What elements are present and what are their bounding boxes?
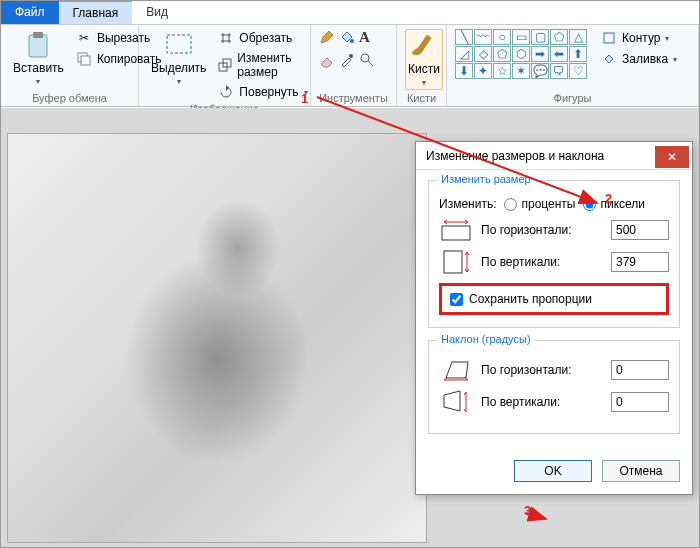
annotation-1: 1 xyxy=(301,91,308,106)
skew-h-label: По горизонтали: xyxy=(481,363,603,377)
tab-file[interactable]: Файл xyxy=(1,1,59,24)
skew-legend: Наклон (градусы) xyxy=(437,333,535,345)
tab-view[interactable]: Вид xyxy=(132,1,182,24)
group-brushes: Кисти ▾ Кисти xyxy=(397,25,447,106)
svg-rect-11 xyxy=(442,226,470,240)
svg-rect-3 xyxy=(81,56,90,65)
resize-dialog: Изменение размеров и наклона ✕ Изменить … xyxy=(415,141,693,495)
shape-line[interactable]: ╲ xyxy=(455,29,473,45)
percent-radio-input[interactable] xyxy=(504,198,517,211)
tab-home[interactable]: Главная xyxy=(59,1,133,24)
chevron-down-icon: ▾ xyxy=(422,78,426,87)
close-icon: ✕ xyxy=(667,150,677,164)
fill-icon[interactable] xyxy=(339,29,355,48)
change-by-label: Изменить: xyxy=(439,197,496,211)
horizontal-label: По горизонтали: xyxy=(481,223,603,237)
copy-icon xyxy=(76,51,92,67)
magnifier-icon[interactable] xyxy=(359,52,375,71)
dialog-titlebar: Изменение размеров и наклона ✕ xyxy=(416,142,692,170)
pencil-icon[interactable] xyxy=(319,29,335,48)
vertical-label: По вертикали: xyxy=(481,255,603,269)
svg-rect-0 xyxy=(29,35,47,57)
shape-oval[interactable]: ○ xyxy=(493,29,511,45)
pixels-radio[interactable]: пиксели xyxy=(583,197,645,211)
shape-star4[interactable]: ✦ xyxy=(474,63,492,79)
vertical-input[interactable] xyxy=(611,252,669,272)
keep-aspect-highlight: Сохранить пропорции xyxy=(439,283,669,315)
close-button[interactable]: ✕ xyxy=(655,146,689,168)
pixels-radio-input[interactable] xyxy=(583,198,596,211)
resize-button[interactable]: Изменить размер xyxy=(216,50,309,80)
shape-rtri[interactable]: ◿ xyxy=(455,46,473,62)
crop-button[interactable]: Обрезать xyxy=(216,29,309,47)
select-button[interactable]: Выделить ▾ xyxy=(147,29,210,88)
skew-v-input[interactable] xyxy=(611,392,669,412)
ok-button[interactable]: OK xyxy=(514,460,592,482)
text-icon[interactable]: A xyxy=(359,29,370,46)
shape-heart[interactable]: ♡ xyxy=(569,63,587,79)
canvas-image[interactable] xyxy=(7,133,427,543)
shape-arrowl[interactable]: ⬅ xyxy=(550,46,568,62)
shape-diamond[interactable]: ◇ xyxy=(474,46,492,62)
horizontal-icon xyxy=(439,217,473,243)
shape-roundrect[interactable]: ▢ xyxy=(531,29,549,45)
percent-radio[interactable]: проценты xyxy=(504,197,575,211)
shape-pentagon[interactable]: ⬠ xyxy=(493,46,511,62)
chevron-down-icon: ▾ xyxy=(36,77,40,86)
bucket-icon xyxy=(601,51,617,67)
shape-curve[interactable]: 〰 xyxy=(474,29,492,45)
shape-star5[interactable]: ☆ xyxy=(493,63,511,79)
rotate-button[interactable]: Повернуть ▾ xyxy=(216,83,309,101)
svg-rect-12 xyxy=(444,251,462,273)
skew-v-icon xyxy=(439,389,473,415)
tab-bar: Файл Главная Вид xyxy=(1,1,699,25)
ribbon: Вставить ▾ ✂ Вырезать Копировать Буфер о… xyxy=(1,25,699,107)
group-shapes-title: Фигуры xyxy=(455,90,690,104)
skew-h-input[interactable] xyxy=(611,360,669,380)
brush-icon xyxy=(409,32,439,60)
keep-aspect-checkbox[interactable] xyxy=(450,293,463,306)
shape-callout2[interactable]: 🗨 xyxy=(550,63,568,79)
shape-hexagon[interactable]: ⬡ xyxy=(512,46,530,62)
svg-point-8 xyxy=(349,54,353,58)
group-clipboard: Вставить ▾ ✂ Вырезать Копировать Буфер о… xyxy=(1,25,139,106)
picker-icon[interactable] xyxy=(339,52,355,71)
shapes-gallery[interactable]: ╲ 〰 ○ ▭ ▢ ⬠ △ ◿ ◇ ⬠ ⬡ ➡ ⬅ ⬆ ⬇ ✦ ☆ ✶ 💬 🗨 xyxy=(455,29,587,79)
skew-fieldset: Наклон (градусы) По горизонтали: По верт… xyxy=(428,340,680,434)
shape-star6[interactable]: ✶ xyxy=(512,63,530,79)
contour-icon xyxy=(601,30,617,46)
clipboard-icon xyxy=(24,31,52,59)
eraser-icon[interactable] xyxy=(319,52,335,71)
group-clipboard-title: Буфер обмена xyxy=(9,90,130,104)
group-brushes-title: Кисти xyxy=(405,90,438,104)
shape-arrowd[interactable]: ⬇ xyxy=(455,63,473,79)
crop-icon xyxy=(218,30,234,46)
brushes-button[interactable]: Кисти ▾ xyxy=(405,29,443,90)
select-icon xyxy=(165,31,193,59)
svg-rect-4 xyxy=(167,35,191,53)
annotation-2: 2 xyxy=(605,191,612,206)
paste-button[interactable]: Вставить ▾ xyxy=(9,29,68,88)
svg-rect-10 xyxy=(604,33,614,43)
skew-v-label: По вертикали: xyxy=(481,395,603,409)
keep-aspect-label: Сохранить пропорции xyxy=(469,292,592,306)
shape-rect[interactable]: ▭ xyxy=(512,29,530,45)
resize-icon xyxy=(218,57,232,73)
group-shapes: ╲ 〰 ○ ▭ ▢ ⬠ △ ◿ ◇ ⬠ ⬡ ➡ ⬅ ⬆ ⬇ ✦ ☆ ✶ 💬 🗨 xyxy=(447,25,699,106)
shape-arrowr[interactable]: ➡ xyxy=(531,46,549,62)
shape-triangle[interactable]: △ xyxy=(569,29,587,45)
horizontal-input[interactable] xyxy=(611,220,669,240)
svg-point-7 xyxy=(350,39,354,43)
shape-callout[interactable]: 💬 xyxy=(531,63,549,79)
fill-button[interactable]: Заливка▾ xyxy=(599,50,679,68)
skew-h-icon xyxy=(439,357,473,383)
contour-button[interactable]: Контур▾ xyxy=(599,29,679,47)
cancel-button[interactable]: Отмена xyxy=(602,460,680,482)
vertical-icon xyxy=(439,249,473,275)
shape-polygon[interactable]: ⬠ xyxy=(550,29,568,45)
annotation-3: 3 xyxy=(524,503,531,518)
resize-legend: Изменить размер xyxy=(437,173,535,185)
scissors-icon: ✂ xyxy=(76,30,92,46)
shape-arrowu[interactable]: ⬆ xyxy=(569,46,587,62)
svg-point-9 xyxy=(361,54,369,62)
